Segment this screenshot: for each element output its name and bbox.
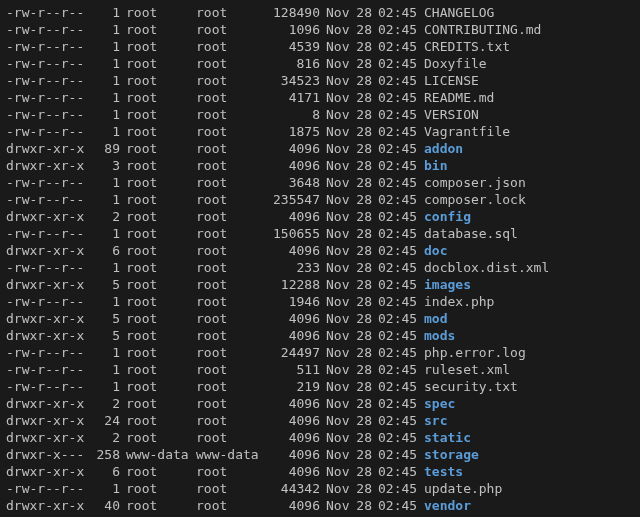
group: root (196, 293, 266, 310)
month: Nov (326, 123, 356, 140)
link-count: 1 (94, 123, 126, 140)
owner: root (126, 72, 196, 89)
permissions: -rw-r--r-- (6, 361, 94, 378)
permissions: -rw-r--r-- (6, 106, 94, 123)
time: 02:45 (378, 429, 424, 446)
day: 28 (356, 463, 378, 480)
time: 02:45 (378, 259, 424, 276)
owner: root (126, 242, 196, 259)
time: 02:45 (378, 497, 424, 514)
owner: root (126, 429, 196, 446)
size: 8 (266, 106, 326, 123)
size: 816 (266, 55, 326, 72)
owner: root (126, 123, 196, 140)
month: Nov (326, 378, 356, 395)
owner: root (126, 259, 196, 276)
group: root (196, 140, 266, 157)
link-count: 1 (94, 378, 126, 395)
size: 24497 (266, 344, 326, 361)
directory-name: config (424, 208, 634, 225)
file-name: ruleset.xml (424, 361, 634, 378)
time: 02:45 (378, 412, 424, 429)
owner: root (126, 174, 196, 191)
listing-row: -rw-r--r--1rootroot219Nov2802:45security… (6, 378, 634, 395)
group: root (196, 55, 266, 72)
permissions: -rw-r--r-- (6, 344, 94, 361)
listing-row: -rw-r--r--1rootroot8Nov2802:45VERSION (6, 106, 634, 123)
listing-row: -rw-r--r--1rootroot4539Nov2802:45CREDITS… (6, 38, 634, 55)
listing-row: drwxr-xr-x5rootroot4096Nov2802:45mod (6, 310, 634, 327)
permissions: -rw-r--r-- (6, 480, 94, 497)
day: 28 (356, 174, 378, 191)
month: Nov (326, 89, 356, 106)
listing-row: drwxr-xr-x6rootroot4096Nov2802:45doc (6, 242, 634, 259)
size: 4096 (266, 412, 326, 429)
day: 28 (356, 72, 378, 89)
owner: www-data (126, 446, 196, 463)
listing-row: -rw-r--r--1rootroot235547Nov2802:45compo… (6, 191, 634, 208)
listing-row: drwxr-xr-x2rootroot4096Nov2802:45static (6, 429, 634, 446)
listing-row: drwxr-xr-x2rootroot4096Nov2802:45config (6, 208, 634, 225)
permissions: -rw-r--r-- (6, 89, 94, 106)
file-name: docblox.dist.xml (424, 259, 634, 276)
size: 4096 (266, 242, 326, 259)
month: Nov (326, 208, 356, 225)
directory-name: src (424, 412, 634, 429)
link-count: 1 (94, 225, 126, 242)
link-count: 24 (94, 412, 126, 429)
listing-row: drwxr-xr-x5rootroot4096Nov2802:45mods (6, 327, 634, 344)
listing-row: drwxr-xr-x6rootroot4096Nov2802:45tests (6, 463, 634, 480)
size: 128490 (266, 4, 326, 21)
day: 28 (356, 446, 378, 463)
size: 4096 (266, 446, 326, 463)
group: root (196, 242, 266, 259)
group: root (196, 480, 266, 497)
permissions: -rw-r--r-- (6, 123, 94, 140)
month: Nov (326, 429, 356, 446)
size: 150655 (266, 225, 326, 242)
link-count: 1 (94, 72, 126, 89)
day: 28 (356, 412, 378, 429)
day: 28 (356, 242, 378, 259)
directory-name: doc (424, 242, 634, 259)
file-name: update.php (424, 480, 634, 497)
file-name: composer.lock (424, 191, 634, 208)
time: 02:45 (378, 89, 424, 106)
day: 28 (356, 310, 378, 327)
day: 28 (356, 38, 378, 55)
time: 02:45 (378, 140, 424, 157)
size: 34523 (266, 72, 326, 89)
size: 4096 (266, 140, 326, 157)
owner: root (126, 378, 196, 395)
owner: root (126, 55, 196, 72)
permissions: drwxr-xr-x (6, 395, 94, 412)
link-count: 1 (94, 259, 126, 276)
size: 1946 (266, 293, 326, 310)
day: 28 (356, 157, 378, 174)
day: 28 (356, 106, 378, 123)
listing-row: drwxr-xr-x5rootroot12288Nov2802:45images (6, 276, 634, 293)
day: 28 (356, 55, 378, 72)
permissions: -rw-r--r-- (6, 293, 94, 310)
month: Nov (326, 140, 356, 157)
file-name: VERSION (424, 106, 634, 123)
time: 02:45 (378, 344, 424, 361)
listing-row: drwxr-xr-x2rootroot4096Nov2802:45spec (6, 395, 634, 412)
directory-name: mods (424, 327, 634, 344)
month: Nov (326, 21, 356, 38)
link-count: 1 (94, 480, 126, 497)
month: Nov (326, 242, 356, 259)
month: Nov (326, 276, 356, 293)
link-count: 1 (94, 38, 126, 55)
day: 28 (356, 497, 378, 514)
size: 235547 (266, 191, 326, 208)
time: 02:45 (378, 4, 424, 21)
day: 28 (356, 259, 378, 276)
link-count: 6 (94, 463, 126, 480)
month: Nov (326, 395, 356, 412)
group: root (196, 157, 266, 174)
day: 28 (356, 4, 378, 21)
owner: root (126, 293, 196, 310)
size: 511 (266, 361, 326, 378)
file-name: CREDITS.txt (424, 38, 634, 55)
